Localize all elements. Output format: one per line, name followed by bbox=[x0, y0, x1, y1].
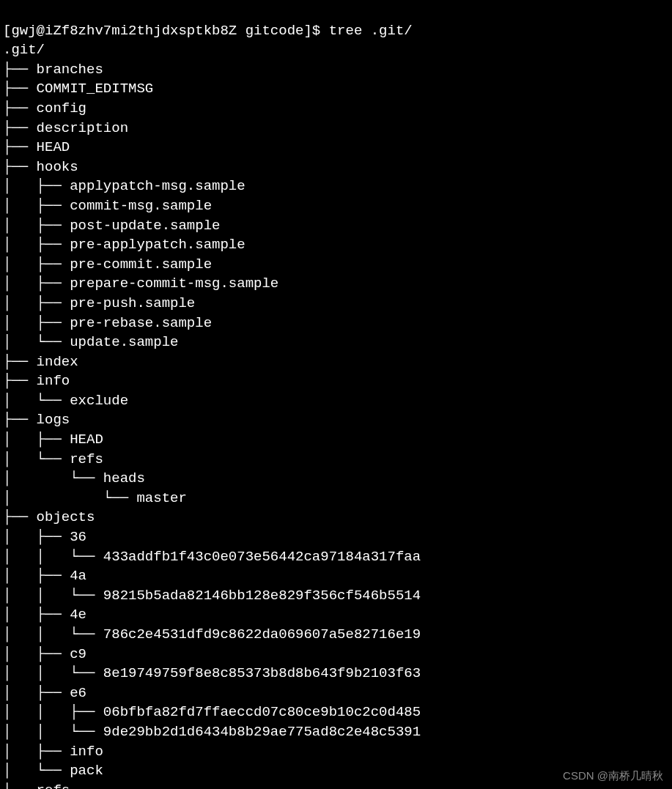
tree-root: .git/ bbox=[3, 42, 45, 58]
watermark-text: CSDN @南桥几晴秋 bbox=[563, 768, 663, 783]
shell-command[interactable]: tree .git/ bbox=[329, 23, 413, 39]
tree-body: ├── branches ├── COMMIT_EDITMSG ├── conf… bbox=[3, 60, 669, 789]
shell-prompt: [gwj@iZf8zhv7mi2thjdxsptkb8Z gitcode]$ bbox=[3, 23, 320, 39]
terminal-output: [gwj@iZf8zhv7mi2thjdxsptkb8Z gitcode]$ t… bbox=[3, 1, 669, 789]
